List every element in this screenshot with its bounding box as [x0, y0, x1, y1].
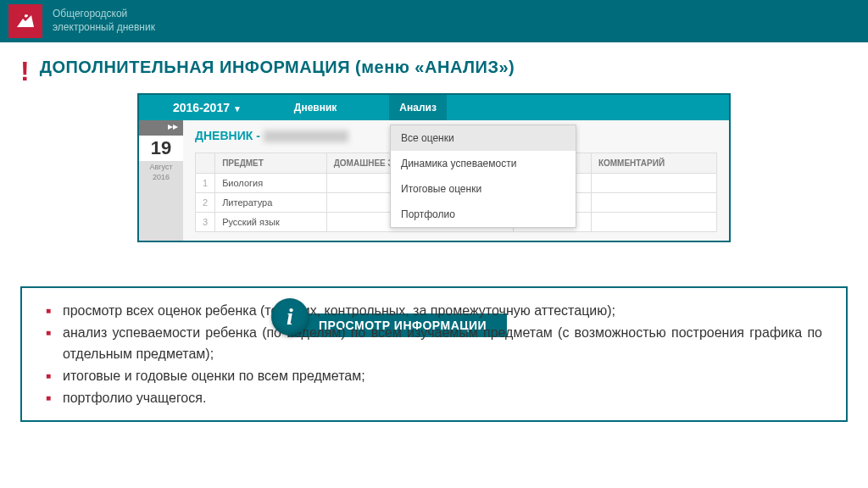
logo	[8, 4, 42, 38]
date-day: 19	[139, 136, 183, 161]
info-item: портфолио учащегося.	[46, 387, 822, 409]
date-column: ▸▸ 19 Август 2016	[139, 120, 183, 241]
app-topbar: 2016-2017▼ Дневник Анализ	[139, 95, 729, 120]
dd-final-grades[interactable]: Итоговые оценки	[391, 176, 576, 202]
date-arrows[interactable]: ▸▸	[139, 120, 183, 136]
tab-diary[interactable]: Дневник	[284, 95, 347, 120]
dd-dynamics[interactable]: Динамика успеваемости	[391, 151, 576, 176]
tab-analysis[interactable]: Анализ	[389, 95, 447, 120]
col-comment: КОММЕНТАРИЙ	[591, 153, 716, 174]
page-title: ДОПОЛНИТЕЛЬНАЯ ИНФОРМАЦИЯ (меню «АНАЛИЗ»…	[40, 58, 515, 77]
blurred-name	[264, 130, 348, 142]
info-icon: i	[271, 298, 309, 336]
app-screenshot: 2016-2017▼ Дневник Анализ Все оценки Дин…	[137, 93, 731, 242]
info-item: итоговые и годовые оценки по всем предме…	[46, 365, 822, 387]
date-year: 2016	[139, 173, 183, 181]
analysis-dropdown: Все оценки Динамика успеваемости Итоговы…	[390, 125, 576, 228]
app-header: Общегородской электронный дневник	[0, 0, 868, 42]
info-item: анализ успеваемости ребенка (по неделям)…	[46, 322, 822, 365]
exclaim-icon: !	[20, 58, 30, 85]
page-title-row: ! ДОПОЛНИТЕЛЬНАЯ ИНФОРМАЦИЯ (меню «АНАЛИ…	[0, 42, 868, 93]
year-selector[interactable]: 2016-2017▼	[173, 101, 242, 114]
info-panel: просмотр всех оценок ребенка (текущих, к…	[20, 286, 848, 422]
date-month: Август	[139, 161, 183, 173]
col-subject: ПРЕДМЕТ	[215, 153, 327, 174]
info-item: просмотр всех оценок ребенка (текущих, к…	[46, 300, 822, 322]
dd-portfolio[interactable]: Портфолио	[391, 202, 576, 227]
chevron-down-icon: ▼	[233, 104, 242, 114]
header-title: Общегородской электронный дневник	[53, 8, 155, 34]
dd-all-grades[interactable]: Все оценки	[391, 125, 576, 151]
